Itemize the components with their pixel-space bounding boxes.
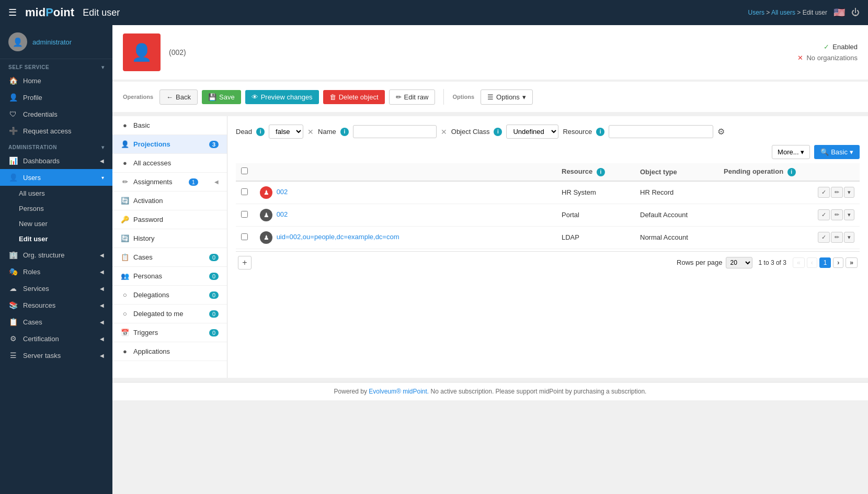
sidebar-item-persons[interactable]: Persons [0,201,112,216]
sidebar-item-cases[interactable]: 📋 Cases ◀ [0,313,112,330]
rows-per-page: Rows per page 20 50 100 [677,257,752,268]
back-button[interactable]: ← Back [159,89,198,105]
name-info-icon[interactable]: i [340,128,349,136]
certification-icon: ⚙ [8,334,18,343]
object-class-filter-select[interactable]: Undefined [506,125,558,139]
tab-projections[interactable]: 👤 Projections 3 [112,135,227,154]
dead-info-icon[interactable]: i [256,128,265,136]
operations-bar: Operations ← Back 💾 Save 👁 Preview chang… [112,82,868,112]
page-footer: Powered by Evolveum® midPoint. No active… [112,382,868,400]
resource-info-icon[interactable]: i [596,128,604,136]
preview-changes-button[interactable]: 👁 Preview changes [245,90,319,104]
tab-triggers[interactable]: 📅 Triggers 0 [112,323,227,342]
row3-name-link[interactable]: uid=002,ou=people,dc=example,dc=com [277,233,399,241]
sidebar-item-roles[interactable]: 🎭 Roles ◀ [0,263,112,280]
user-avatar: 👤 [123,33,161,71]
tab-assignments[interactable]: ✏ Assignments 1 ◀ [112,173,227,192]
row3-more-button[interactable]: ▾ [844,232,854,243]
sidebar-item-resources[interactable]: 📚 Resources ◀ [0,297,112,313]
tab-applications[interactable]: ● Applications [112,342,227,361]
more-filters-button[interactable]: More... ▾ [772,145,810,159]
pagination-prev[interactable]: ‹ [807,257,817,268]
row2-more-button[interactable]: ▾ [844,209,854,220]
breadcrumb-all-users[interactable]: All users [771,9,795,16]
breadcrumb-users[interactable]: Users [748,9,764,16]
add-row-button[interactable]: + [238,256,252,270]
resource-filter-input[interactable] [609,125,713,138]
row1-checkbox[interactable] [241,188,248,195]
row2-checkbox[interactable] [241,211,248,218]
sidebar-item-profile[interactable]: 👤 Profile [0,89,112,106]
sidebar-item-org-structure[interactable]: 🏢 Org. structure ◀ [0,246,112,263]
rows-per-page-select[interactable]: 20 50 100 [726,257,752,268]
sidebar-item-services[interactable]: ☁ Services ◀ [0,280,112,297]
sidebar-item-users[interactable]: 👤 Users ▾ [0,169,112,186]
row1-name-link[interactable]: 002 [277,188,288,196]
personas-badge: 0 [209,273,219,280]
pagination-first[interactable]: « [793,257,805,268]
row2-name-link[interactable]: 002 [277,210,288,218]
language-flag[interactable]: 🇺🇸 [833,7,845,18]
name-filter-clear[interactable]: ✕ [441,128,447,136]
dead-filter-clear[interactable]: ✕ [307,128,314,136]
resource-filter-gear-icon[interactable]: ⚙ [717,127,725,137]
tab-activation[interactable]: 🔄 Activation [112,192,227,210]
delete-object-button[interactable]: 🗑 Delete object [323,90,385,104]
tab-cases[interactable]: 📋 Cases 0 [112,248,227,267]
footer-brand-link[interactable]: Evolveum® midPoint. [369,388,429,395]
main-content: 👤 (002) ✓ Enabled ✕ No organizations Ope… [112,25,868,494]
row3-check-button[interactable]: ✓ [818,232,830,243]
sidebar-item-certification[interactable]: ⚙ Certification ◀ [0,330,112,347]
user-header-card: 👤 (002) ✓ Enabled ✕ No organizations [112,25,868,80]
name-filter-input[interactable] [353,125,437,138]
row2-resource: Portal [556,204,635,226]
sidebar-item-server-tasks[interactable]: ☰ Server tasks ◀ [0,347,112,364]
row1-more-button[interactable]: ▾ [844,187,854,198]
basic-search-button[interactable]: 🔍 Basic ▾ [814,145,860,159]
save-button[interactable]: 💾 Save [202,90,241,104]
dead-filter-select[interactable]: false true [269,125,303,139]
hamburger-menu[interactable]: ☰ [8,7,17,18]
sidebar-item-credentials[interactable]: 🛡 Credentials [0,106,112,122]
row1-check-button[interactable]: ✓ [818,187,830,198]
user-header-left: 👤 (002) [123,33,186,71]
row2-person-icon: ♟ [260,209,272,221]
sidebar-item-request-access[interactable]: ➕ Request access [0,122,112,139]
self-service-header[interactable]: SELF SERVICE ▾ [0,59,112,72]
options-button[interactable]: ☰ Options ▾ [481,89,533,105]
row2-check-button[interactable]: ✓ [818,209,830,220]
row1-edit-button[interactable]: ✏ [831,187,843,198]
tab-personas[interactable]: 👥 Personas 0 [112,267,227,286]
sidebar-item-all-users[interactable]: All users [0,186,112,201]
sidebar-item-edit-user[interactable]: Edit user [0,231,112,246]
administration-header[interactable]: ADMINISTRATION ▾ [0,139,112,152]
sidebar-item-new-user[interactable]: New user [0,216,112,231]
object-class-info-icon[interactable]: i [494,128,502,136]
tab-basic[interactable]: ● Basic [112,116,227,135]
sidebar-user[interactable]: 👤 administrator [0,25,112,59]
check-icon: ✓ [824,43,829,51]
tab-delegations[interactable]: ○ Delegations 0 [112,286,227,305]
tab-delegated-to-me[interactable]: ○ Delegated to me 0 [112,305,227,323]
pagination: Rows per page 20 50 100 1 to 3 of 3 « ‹ … [677,257,858,268]
row3-edit-button[interactable]: ✏ [831,232,843,243]
row2-edit-button[interactable]: ✏ [831,209,843,220]
footer-subscription-text: No active subscription. Please support m… [431,388,647,395]
resource-col-info-icon[interactable]: i [597,168,605,176]
sidebar-item-home[interactable]: 🏠 Home [0,72,112,89]
pagination-page-1[interactable]: 1 [819,257,831,268]
edit-raw-button[interactable]: ✏ Edit raw [389,89,436,105]
tab-history[interactable]: 🔄 History [112,229,227,248]
pagination-last[interactable]: » [846,257,858,268]
row1-resource: HR System [556,181,635,204]
row3-checkbox[interactable] [241,233,248,240]
tab-all-accesses[interactable]: ● All accesses [112,154,227,173]
rows-per-page-label: Rows per page [677,259,722,266]
pagination-next[interactable]: › [833,257,843,268]
pending-col-info-icon[interactable]: i [787,168,796,176]
logout-icon[interactable]: ⏻ [851,8,860,17]
select-all-checkbox[interactable] [241,167,248,174]
filters-row: Dead i false true ✕ Name i ✕ Object Clas… [236,125,860,139]
sidebar-item-dashboards[interactable]: 📊 Dashboards ◀ [0,152,112,169]
tab-password[interactable]: 🔑 Password [112,210,227,229]
